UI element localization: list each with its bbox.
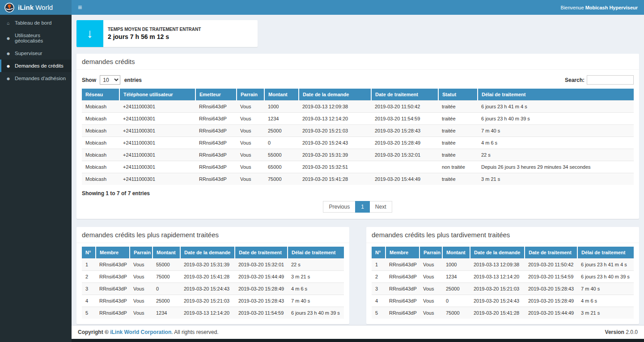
version-text: Version 2.0.0 — [605, 329, 638, 335]
dashboard-icon: ⌂ — [5, 21, 11, 26]
table-row: Mobicash+24111000301RRnsi643dPVous02019-… — [82, 137, 634, 149]
column-header[interactable]: Emetteur — [195, 89, 237, 101]
column-header[interactable]: N° — [372, 247, 386, 259]
table-cell: 4 m 6 s — [577, 295, 634, 307]
sidebar-toggle-hamburger-icon[interactable]: ≡ — [78, 4, 82, 11]
table-cell: 2019-03-13 12:09:38 — [470, 259, 525, 271]
table-cell: Vous — [419, 283, 442, 295]
table-cell: Depuis 26 jours 3 heures 29 minutes 34 s… — [478, 161, 634, 173]
table-cell: +24111000301 — [119, 149, 195, 161]
search-control: Search: — [565, 75, 634, 85]
sidebar-item-label: Utilisateurs géolocalisés — [15, 33, 68, 43]
column-header[interactable]: Montant — [442, 247, 470, 259]
table-cell: Vous — [130, 271, 153, 283]
search-label: Search: — [565, 77, 585, 83]
column-header[interactable]: Statut — [438, 89, 478, 101]
table-row: 1RRnsi643dPVous550002019-03-20 15:31:392… — [82, 259, 344, 271]
column-header[interactable]: Parrain — [130, 247, 153, 259]
page-length-control: Show 10 entries — [82, 75, 142, 85]
table-cell: 7 m 40 s — [288, 295, 344, 307]
column-header[interactable]: Date de la demande — [180, 247, 235, 259]
column-header[interactable]: Parrain — [237, 89, 264, 101]
welcome-message[interactable]: Bienvenue Mobicash Hyperviseur — [561, 5, 638, 10]
table-cell: 6 jours 23 h 40 m 39 s — [577, 271, 634, 283]
table-cell: 2019-03-20 15:28:49 — [235, 283, 288, 295]
sidebar-item-geolocated-users[interactable]: ☻ Utilisateurs géolocalisés — [0, 29, 72, 47]
top-bar: iLink World ≡ Bienvenue Mobicash Hypervi… — [0, 0, 644, 15]
table-cell: traitée — [438, 173, 478, 185]
column-header[interactable]: Membre — [386, 247, 419, 259]
pagination-page-1-button[interactable]: 1 — [355, 201, 370, 213]
column-header[interactable]: Montant — [264, 89, 299, 101]
column-header[interactable]: Montant — [153, 247, 180, 259]
column-header[interactable]: Téléphone utilisateur — [119, 89, 195, 101]
table-cell: RRnsi643dP — [386, 283, 419, 295]
table-cell: RRnsi643dP — [195, 161, 237, 173]
table-cell: +24111000301 — [119, 113, 195, 125]
table-cell: RRnsi643dP — [96, 283, 130, 295]
table-cell: 2019-03-13 12:09:38 — [299, 101, 371, 113]
table-cell: 1234 — [442, 271, 470, 283]
table-cell: 3 — [372, 283, 386, 295]
table-cell: 25000 — [442, 283, 470, 295]
table-cell: 0 — [264, 137, 299, 149]
pagination-next-button[interactable]: Next — [369, 201, 392, 213]
search-input[interactable] — [587, 75, 634, 85]
table-cell: 6 jours 23 h 41 m 4 s — [478, 101, 634, 113]
column-header[interactable]: Date de la demande — [299, 89, 371, 101]
table-cell: Vous — [237, 113, 264, 125]
table-cell: RRnsi643dP — [195, 101, 237, 113]
table-cell: 55000 — [264, 149, 299, 161]
brand-logo[interactable]: iLink World — [0, 0, 72, 15]
table-cell: RRnsi643dP — [96, 271, 130, 283]
column-header[interactable]: Membre — [96, 247, 130, 259]
table-row: 3RRnsi643dPVous02019-03-20 15:24:432019-… — [82, 283, 344, 295]
table-cell: 2019-03-20 11:54:59 — [371, 113, 438, 125]
column-header[interactable]: Date de traitement — [371, 89, 438, 101]
sidebar-item-membership-requests[interactable]: ☻ Demandes d'adhésion — [0, 72, 72, 85]
fastest-processed-table: N°MembreParrainMontantDate de la demande… — [82, 247, 344, 319]
column-header[interactable]: Réseau — [82, 89, 119, 101]
page-length-select[interactable]: 10 — [100, 75, 120, 85]
sidebar-item-credit-requests[interactable]: ☻ Demandes de crédits — [0, 60, 72, 72]
column-header[interactable]: Date de traitement — [235, 247, 288, 259]
table-cell: 75000 — [264, 173, 299, 185]
pagination-previous-button[interactable]: Previous — [323, 201, 356, 213]
table-cell: 2019-03-20 15:21:03 — [180, 295, 235, 307]
table-cell: Vous — [419, 271, 442, 283]
table-cell: RRnsi643dP — [96, 259, 130, 271]
table-cell: 1234 — [153, 307, 180, 319]
table-cell: 2019-03-13 12:14:20 — [299, 113, 371, 125]
entries-label: entries — [124, 77, 142, 83]
table-cell: 1000 — [442, 259, 470, 271]
table-row: 5RRnsi643dPVous750002019-03-20 15:41:282… — [372, 307, 634, 319]
sidebar-item-supervisor[interactable]: ☻ Superviseur — [0, 47, 72, 60]
column-header[interactable]: Date de la demande — [470, 247, 525, 259]
table-cell: +24111000301 — [119, 173, 195, 185]
table-cell: 2019-03-20 15:41:28 — [299, 173, 371, 185]
sidebar-item-label: Demandes d'adhésion — [15, 76, 66, 81]
bottom-strip — [72, 339, 644, 342]
panel-title: demandes crédits les plus rapidement tra… — [76, 227, 349, 243]
table-cell: +24111000301 — [119, 101, 195, 113]
table-cell: 2019-03-20 15:32:01 — [235, 259, 288, 271]
sidebar-item-dashboard[interactable]: ⌂ Tableau de bord — [0, 17, 72, 29]
table-cell: RRnsi643dP — [195, 113, 237, 125]
table-cell: Vous — [130, 259, 153, 271]
table-cell: 3 m 21 s — [577, 307, 634, 319]
column-header[interactable]: Date de traitement — [525, 247, 577, 259]
column-header[interactable]: Délai de traitement — [478, 89, 634, 101]
column-header[interactable]: Délai de traitement — [288, 247, 344, 259]
column-header[interactable]: N° — [82, 247, 96, 259]
table-cell: 1000 — [264, 101, 299, 113]
table-row: Mobicash+24111000301RRnsi643dPVous650002… — [82, 161, 634, 173]
table-cell: 2019-03-20 15:28:49 — [525, 295, 577, 307]
table-cell: 2019-03-20 15:24:43 — [299, 137, 371, 149]
column-header[interactable]: Parrain — [419, 247, 442, 259]
company-link[interactable]: iLink World Corporation — [110, 329, 171, 335]
table-cell: 2019-03-20 15:32:51 — [299, 161, 371, 173]
table-cell: Vous — [237, 149, 264, 161]
table-row: Mobicash+24111000301RRnsi643dPVous550002… — [82, 149, 634, 161]
table-cell: 55000 — [153, 259, 180, 271]
column-header[interactable]: Délai de traitement — [577, 247, 634, 259]
